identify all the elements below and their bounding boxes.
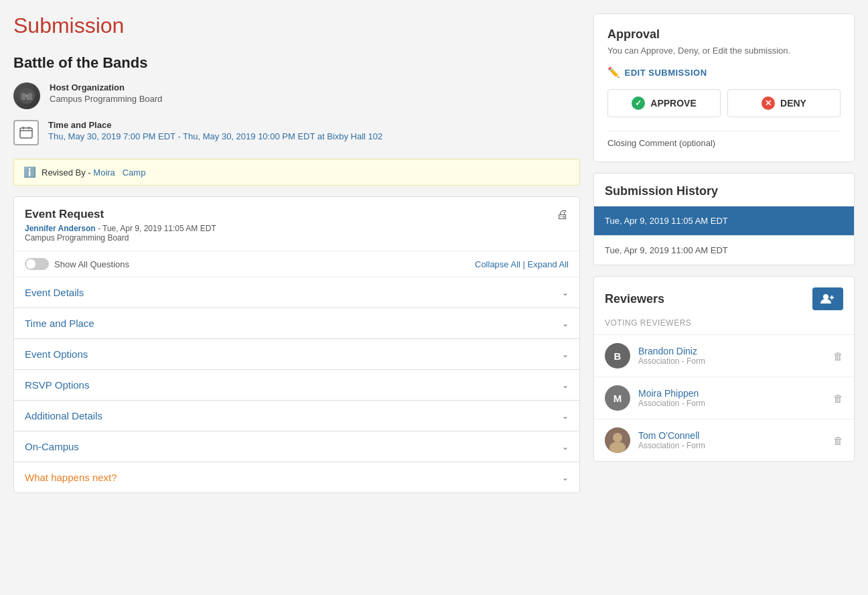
accordion-header-on-campus[interactable]: On-Campus ⌄ bbox=[14, 432, 579, 462]
info-icon: ℹ️ bbox=[23, 166, 36, 178]
approve-check-icon: ✓ bbox=[632, 96, 645, 110]
reviewer-row-moira: M Moira Phippen Association - Form 🗑 bbox=[594, 377, 854, 419]
accordion-event-details: Event Details ⌄ bbox=[14, 277, 579, 308]
history-title: Submission History bbox=[594, 174, 854, 198]
accordion-title-event-details: Event Details bbox=[25, 287, 84, 298]
reviewer-name-brandon[interactable]: Brandon Diniz bbox=[638, 346, 825, 356]
host-name: Campus Programming Board bbox=[50, 94, 162, 104]
submission-meta: Jennifer Anderson - Tue, Apr 9, 2019 11:… bbox=[25, 224, 216, 243]
reviewer-avatar-brandon: B bbox=[605, 343, 630, 369]
accordion-header-event-details[interactable]: Event Details ⌄ bbox=[14, 277, 579, 308]
approval-title: Approval bbox=[607, 27, 841, 42]
collapse-links: Collapse All | Expand All bbox=[475, 259, 569, 269]
accordion: Event Details ⌄ Time and Place ⌄ Event O… bbox=[14, 277, 579, 492]
submission-type: Event Request bbox=[25, 208, 216, 221]
accordion-title-on-campus: On-Campus bbox=[25, 441, 79, 452]
edit-submission-link[interactable]: ✏️ EDIT SUBMISSION bbox=[607, 66, 841, 78]
accordion-title-additional-details: Additional Details bbox=[25, 410, 102, 421]
toggle-row: Show All Questions Collapse All | Expand… bbox=[14, 251, 579, 277]
time-row: Time and Place Thu, May 30, 2019 7:00 PM… bbox=[13, 120, 580, 145]
accordion-title-event-options: Event Options bbox=[25, 348, 88, 360]
event-title: Battle of the Bands bbox=[13, 54, 580, 72]
closing-comment: Closing Comment (optional) bbox=[607, 131, 841, 148]
pencil-icon: ✏️ bbox=[607, 66, 621, 78]
revised-name1[interactable]: Moira bbox=[93, 168, 115, 178]
reviewer-sub-brandon: Association - Form bbox=[638, 356, 825, 366]
revised-name2[interactable]: Camp bbox=[123, 168, 146, 178]
accordion-title-time-place: Time and Place bbox=[25, 318, 94, 329]
reviewer-avatar-moira: M bbox=[605, 385, 630, 411]
reviewer-name-tom[interactable]: Tom O'Connell bbox=[638, 430, 825, 441]
chevron-what-next: ⌄ bbox=[562, 473, 569, 482]
reviewer-avatar-tom bbox=[605, 427, 630, 453]
page-title: Submission bbox=[13, 13, 580, 38]
reviewers-panel: Reviewers Voting Reviewers B Brandon Din… bbox=[593, 276, 855, 462]
svg-rect-3 bbox=[21, 93, 25, 100]
host-row: Host Organization Campus Programming Boa… bbox=[13, 82, 580, 109]
reviewer-row-brandon: B Brandon Diniz Association - Form 🗑 bbox=[594, 334, 854, 377]
reviewers-title: Reviewers bbox=[605, 292, 664, 306]
action-buttons: ✓ APPROVE ✕ DENY bbox=[607, 89, 841, 117]
main-column: Submission Battle of the Bands Host bbox=[13, 13, 580, 595]
accordion-on-campus: On-Campus ⌄ bbox=[14, 432, 579, 462]
history-item-1[interactable]: Tue, Apr 9, 2019 11:00 AM EDT bbox=[594, 236, 854, 265]
accordion-header-rsvp-options[interactable]: RSVP Options ⌄ bbox=[14, 370, 579, 400]
reviewers-header: Reviewers bbox=[594, 277, 854, 318]
submission-org: Campus Programming Board bbox=[25, 233, 129, 243]
time-value: Thu, May 30, 2019 7:00 PM EDT - Thu, May… bbox=[48, 131, 382, 141]
calendar-icon bbox=[13, 120, 39, 145]
revised-text: Revised By - Moira Camp bbox=[42, 168, 145, 178]
chevron-rsvp-options: ⌄ bbox=[562, 381, 569, 390]
accordion-header-time-place[interactable]: Time and Place ⌄ bbox=[14, 308, 579, 338]
submission-date: - Tue, Apr 9, 2019 11:05 AM EDT bbox=[98, 224, 216, 233]
deny-x-icon: ✕ bbox=[762, 96, 775, 110]
accordion-title-what-next: What happens next? bbox=[25, 472, 117, 483]
accordion-additional-details: Additional Details ⌄ bbox=[14, 401, 579, 432]
submission-info: Event Request Jennifer Anderson - Tue, A… bbox=[25, 208, 216, 243]
accordion-title-rsvp-options: RSVP Options bbox=[25, 379, 89, 391]
chevron-time-place: ⌄ bbox=[562, 319, 569, 328]
accordion-event-options: Event Options ⌄ bbox=[14, 339, 579, 370]
toggle-label: Show All Questions bbox=[25, 258, 129, 270]
chevron-on-campus: ⌄ bbox=[562, 442, 569, 452]
print-icon[interactable]: 🖨 bbox=[557, 208, 569, 222]
accordion-header-event-options[interactable]: Event Options ⌄ bbox=[14, 339, 579, 369]
show-questions-toggle[interactable] bbox=[25, 258, 49, 270]
reviewer-sub-moira: Association - Form bbox=[638, 399, 825, 408]
voting-reviewers-label: Voting Reviewers bbox=[594, 318, 854, 334]
svg-rect-5 bbox=[20, 128, 32, 138]
collapse-all-link[interactable]: Collapse All bbox=[475, 259, 520, 269]
accordion-what-next: What happens next? ⌄ bbox=[14, 462, 579, 492]
reviewer-info-brandon: Brandon Diniz Association - Form bbox=[638, 346, 825, 366]
host-content: Host Organization Campus Programming Boa… bbox=[50, 82, 162, 104]
reviewer-name-moira[interactable]: Moira Phippen bbox=[638, 388, 825, 399]
reviewer-row-tom: Tom O'Connell Association - Form 🗑 bbox=[594, 419, 854, 461]
delete-reviewer-moira[interactable]: 🗑 bbox=[833, 393, 843, 404]
history-item-0[interactable]: Tue, Apr 9, 2019 11:05 AM EDT bbox=[594, 206, 854, 236]
delete-reviewer-brandon[interactable]: 🗑 bbox=[833, 350, 843, 362]
accordion-rsvp-options: RSVP Options ⌄ bbox=[14, 370, 579, 401]
time-content: Time and Place Thu, May 30, 2019 7:00 PM… bbox=[48, 120, 382, 141]
submission-card: Event Request Jennifer Anderson - Tue, A… bbox=[13, 196, 580, 493]
delete-reviewer-tom[interactable]: 🗑 bbox=[833, 435, 843, 446]
meta-section: Host Organization Campus Programming Boa… bbox=[13, 82, 580, 145]
submission-header: Event Request Jennifer Anderson - Tue, A… bbox=[14, 197, 579, 251]
host-label: Host Organization bbox=[50, 82, 162, 92]
deny-button[interactable]: ✕ DENY bbox=[727, 89, 841, 117]
expand-all-link[interactable]: Expand All bbox=[528, 259, 569, 269]
revised-banner: ℹ️ Revised By - Moira Camp bbox=[13, 159, 580, 186]
author-link[interactable]: Jennifer Anderson bbox=[25, 224, 96, 233]
accordion-header-what-next[interactable]: What happens next? ⌄ bbox=[14, 462, 579, 492]
approval-panel: Approval You can Approve, Deny, or Edit … bbox=[593, 13, 855, 162]
side-column: Approval You can Approve, Deny, or Edit … bbox=[593, 13, 855, 595]
chevron-event-options: ⌄ bbox=[562, 350, 569, 359]
chevron-event-details: ⌄ bbox=[562, 288, 569, 298]
svg-rect-4 bbox=[28, 93, 32, 100]
org-avatar bbox=[13, 82, 40, 109]
svg-point-9 bbox=[823, 294, 828, 300]
time-label: Time and Place bbox=[48, 120, 382, 130]
approval-subtitle: You can Approve, Deny, or Edit the submi… bbox=[607, 46, 841, 56]
approve-button[interactable]: ✓ APPROVE bbox=[607, 89, 721, 117]
add-reviewer-button[interactable] bbox=[812, 287, 843, 310]
accordion-header-additional-details[interactable]: Additional Details ⌄ bbox=[14, 401, 579, 431]
